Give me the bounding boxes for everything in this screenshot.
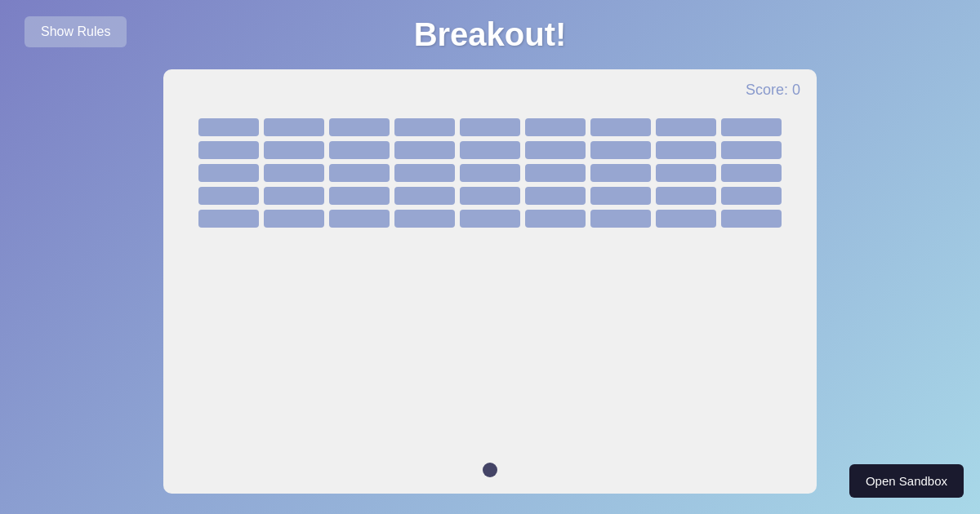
brick [590, 118, 651, 136]
brick-row [180, 141, 800, 159]
brick [656, 187, 716, 205]
brick [525, 164, 586, 182]
brick [460, 141, 520, 159]
brick [329, 164, 390, 182]
brick [460, 118, 520, 136]
brick [721, 118, 782, 136]
brick-row [180, 187, 800, 205]
brick [525, 187, 586, 205]
game-area: Score: 0 [163, 69, 817, 494]
brick [394, 210, 455, 228]
brick [198, 210, 259, 228]
brick [329, 118, 390, 136]
brick [198, 187, 259, 205]
brick [198, 141, 259, 159]
brick [264, 210, 324, 228]
score-display: Score: 0 [746, 82, 800, 99]
brick [329, 210, 390, 228]
brick [656, 118, 716, 136]
brick [394, 141, 455, 159]
brick [590, 141, 651, 159]
brick [590, 187, 651, 205]
header: Show Rules Breakout! [0, 0, 980, 69]
brick [264, 187, 324, 205]
brick-row [180, 210, 800, 228]
brick [460, 210, 520, 228]
brick [198, 164, 259, 182]
brick [394, 118, 455, 136]
brick [721, 141, 782, 159]
game-title: Breakout! [414, 16, 567, 53]
brick [329, 187, 390, 205]
brick [264, 164, 324, 182]
brick [525, 210, 586, 228]
brick [590, 164, 651, 182]
ball [483, 463, 497, 477]
brick-row [180, 118, 800, 136]
show-rules-button[interactable]: Show Rules [24, 16, 127, 47]
brick [721, 164, 782, 182]
brick [721, 210, 782, 228]
brick [329, 141, 390, 159]
brick [198, 118, 259, 136]
brick [525, 118, 586, 136]
brick [656, 164, 716, 182]
brick [460, 187, 520, 205]
brick-row [180, 164, 800, 182]
bricks-area [180, 118, 800, 228]
brick [460, 164, 520, 182]
brick [656, 210, 716, 228]
brick [394, 164, 455, 182]
brick [264, 118, 324, 136]
brick [721, 187, 782, 205]
brick [525, 141, 586, 159]
game-area-wrapper: Score: 0 [0, 69, 980, 494]
open-sandbox-button[interactable]: Open Sandbox [849, 464, 964, 498]
brick [264, 141, 324, 159]
brick [590, 210, 651, 228]
brick [656, 141, 716, 159]
brick [394, 187, 455, 205]
